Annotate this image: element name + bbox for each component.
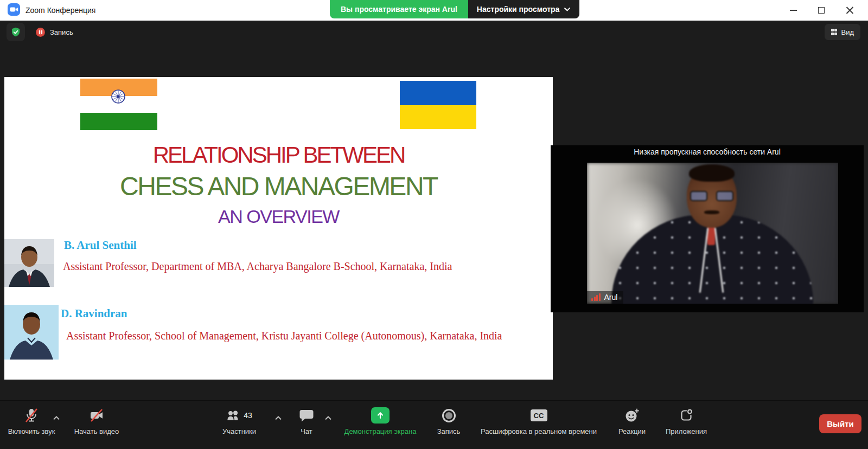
- record-icon: [442, 407, 456, 424]
- live-transcription-label: Расшифровка в реальном времени: [481, 427, 597, 435]
- view-layout-icon: [831, 29, 838, 35]
- recording-label: Запись: [50, 28, 73, 36]
- viewing-banner-text: Вы просматриваете экран Arul: [330, 0, 468, 18]
- maximize-icon: [818, 7, 825, 14]
- apps-icon: [679, 407, 693, 424]
- ashoka-chakra-icon: [111, 89, 126, 104]
- record-button[interactable]: Запись: [427, 407, 470, 435]
- slide-title-line3: AN OVERVIEW: [4, 206, 553, 227]
- maximize-button[interactable]: [807, 0, 835, 21]
- slide-title-line2: CHESS AND MANAGEMENT: [4, 171, 553, 201]
- security-button[interactable]: [7, 23, 25, 41]
- slide-title-line1: RELATIONSHIP BETWEEN: [4, 142, 553, 168]
- participants-label: Участники: [222, 427, 256, 435]
- presenter-photo-arul: [4, 239, 54, 287]
- cc-icon: CC: [531, 409, 547, 421]
- video-panel: Низкая пропускная способность сети Arul …: [551, 145, 864, 312]
- close-icon: [846, 7, 854, 15]
- share-screen-button[interactable]: Демонстрация экрана: [341, 407, 420, 435]
- participants-icon: [226, 409, 240, 422]
- presenter-photo-ravindran: [4, 305, 59, 360]
- participant-video-tile: Arul: [587, 163, 838, 304]
- title-bar: Zoom Конференция Вы просматриваете экран…: [0, 0, 868, 21]
- start-video-button[interactable]: Начать видео: [69, 407, 124, 435]
- mic-muted-icon: [23, 407, 40, 424]
- network-signal-icon: [591, 293, 601, 301]
- chat-bubble-icon: [299, 407, 314, 424]
- leave-button[interactable]: Выйти: [819, 414, 861, 433]
- recording-indicator[interactable]: Запись: [30, 23, 79, 41]
- meeting-toolbar: Включить звук Начать видео: [0, 400, 868, 449]
- apps-button[interactable]: Приложения: [660, 407, 713, 435]
- window-title: Zoom Конференция: [25, 6, 95, 15]
- presenter-name: D. Ravindran: [61, 307, 127, 320]
- unmute-label: Включить звук: [8, 427, 55, 435]
- participant-name: Arul: [604, 293, 618, 302]
- chat-options-chevron[interactable]: [324, 413, 332, 422]
- chat-label: Чат: [301, 427, 312, 435]
- live-transcription-button[interactable]: CC Расшифровка в реальном времени: [476, 407, 601, 435]
- participants-count: 43: [244, 411, 252, 420]
- start-video-label: Начать видео: [74, 427, 119, 435]
- shield-check-icon: [10, 27, 21, 37]
- record-label: Запись: [437, 427, 461, 435]
- close-button[interactable]: [835, 0, 864, 21]
- india-flag: [80, 79, 157, 130]
- zoom-app-icon: [8, 3, 20, 18]
- view-settings-button[interactable]: Настройки просмотра: [468, 0, 579, 18]
- minimize-button[interactable]: [779, 0, 807, 21]
- unmute-button[interactable]: Включить звук: [5, 407, 58, 435]
- ukraine-flag: [400, 81, 476, 129]
- participants-button[interactable]: 43 Участники: [213, 407, 266, 435]
- minimize-icon: [790, 10, 797, 11]
- view-button[interactable]: Вид: [825, 24, 860, 40]
- bandwidth-warning: Низкая пропускная способность сети Arul: [551, 147, 864, 156]
- share-screen-icon: [371, 407, 390, 424]
- title-bar-left: Zoom Конференция: [8, 0, 95, 21]
- chevron-down-icon: [564, 7, 571, 11]
- camera-off-icon: [88, 407, 105, 424]
- reactions-label: Реакции: [618, 427, 646, 435]
- participant-figure: [587, 163, 838, 304]
- recording-dot-icon: [36, 28, 45, 37]
- reactions-button[interactable]: Реакции: [612, 407, 652, 435]
- window-controls: [779, 0, 864, 21]
- participants-options-chevron[interactable]: [275, 413, 282, 422]
- meeting-header: Запись Вид: [0, 21, 868, 43]
- audio-options-chevron[interactable]: [53, 413, 60, 422]
- zoom-window: Zoom Конференция Вы просматриваете экран…: [0, 0, 868, 449]
- participant-nametag: Arul: [587, 291, 623, 304]
- share-screen-label: Демонстрация экрана: [344, 427, 417, 435]
- chat-button[interactable]: Чат: [290, 407, 323, 435]
- view-settings-label: Настройки просмотра: [477, 5, 559, 14]
- view-label: Вид: [841, 28, 854, 36]
- shared-screen-slide: RELATIONSHIP BETWEEN CHESS AND MANAGEMEN…: [4, 77, 553, 380]
- presenter-name: B. Arul Senthil: [64, 239, 137, 252]
- presenter-affiliation: Assistant Professor, School of Managemen…: [66, 330, 502, 342]
- apps-label: Приложения: [666, 427, 707, 435]
- viewing-banner: Вы просматриваете экран Arul Настройки п…: [330, 0, 579, 18]
- reactions-smiley-icon: [624, 407, 640, 424]
- leave-label: Выйти: [827, 419, 853, 428]
- presenter-affiliation: Assistant Professor, Department of MBA, …: [63, 260, 452, 273]
